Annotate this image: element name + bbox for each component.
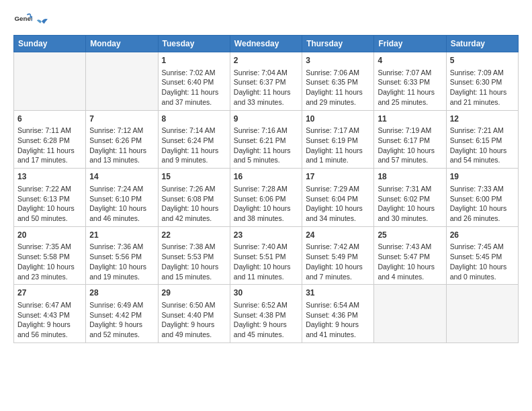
day-number: 28	[89, 287, 154, 299]
day-number: 15	[162, 171, 226, 183]
calendar-cell: 22Sunrise: 7:38 AM Sunset: 5:53 PM Dayli…	[158, 226, 230, 285]
calendar-cell: 10Sunrise: 7:17 AM Sunset: 6:19 PM Dayli…	[302, 110, 374, 169]
day-number: 27	[17, 287, 82, 299]
calendar-cell: 31Sunrise: 6:54 AM Sunset: 4:36 PM Dayli…	[302, 285, 374, 343]
calendar-cell: 12Sunrise: 7:21 AM Sunset: 6:15 PM Dayli…	[446, 110, 518, 169]
calendar-cell: 7Sunrise: 7:12 AM Sunset: 6:26 PM Daylig…	[86, 110, 158, 169]
calendar-cell	[446, 285, 518, 343]
logo-bird-icon	[36, 15, 48, 28]
header: General	[13, 11, 519, 30]
logo: General	[13, 11, 48, 30]
calendar-cell: 8Sunrise: 7:14 AM Sunset: 6:24 PM Daylig…	[158, 110, 230, 169]
day-number: 21	[89, 230, 154, 241]
day-info: Sunrise: 7:35 AM Sunset: 5:58 PM Dayligh…	[17, 242, 82, 281]
day-number: 24	[306, 230, 370, 241]
header-wednesday: Wednesday	[230, 36, 302, 52]
day-number: 18	[378, 171, 442, 183]
calendar-week-3: 13Sunrise: 7:22 AM Sunset: 6:13 PM Dayli…	[14, 169, 519, 227]
day-number: 5	[450, 55, 515, 66]
day-number: 30	[234, 287, 298, 299]
day-number: 23	[234, 230, 298, 241]
calendar-cell: 23Sunrise: 7:40 AM Sunset: 5:51 PM Dayli…	[230, 226, 302, 285]
day-number: 11	[378, 113, 442, 125]
day-info: Sunrise: 7:28 AM Sunset: 6:06 PM Dayligh…	[234, 184, 298, 224]
calendar-cell: 20Sunrise: 7:35 AM Sunset: 5:58 PM Dayli…	[14, 226, 86, 285]
day-info: Sunrise: 7:14 AM Sunset: 6:24 PM Dayligh…	[162, 126, 226, 165]
day-info: Sunrise: 7:26 AM Sunset: 6:08 PM Dayligh…	[162, 184, 226, 224]
day-info: Sunrise: 7:43 AM Sunset: 5:47 PM Dayligh…	[378, 242, 442, 281]
svg-text:General: General	[14, 15, 32, 22]
day-info: Sunrise: 7:07 AM Sunset: 6:33 PM Dayligh…	[378, 68, 442, 107]
day-info: Sunrise: 7:17 AM Sunset: 6:19 PM Dayligh…	[306, 126, 370, 165]
day-number: 14	[89, 171, 154, 183]
calendar-cell: 6Sunrise: 7:11 AM Sunset: 6:28 PM Daylig…	[14, 110, 86, 169]
calendar-cell: 13Sunrise: 7:22 AM Sunset: 6:13 PM Dayli…	[14, 169, 86, 227]
calendar-cell: 1Sunrise: 7:02 AM Sunset: 6:40 PM Daylig…	[158, 52, 230, 111]
day-number: 10	[306, 113, 370, 125]
calendar-cell: 27Sunrise: 6:47 AM Sunset: 4:43 PM Dayli…	[14, 285, 86, 343]
calendar-cell	[374, 285, 446, 343]
day-info: Sunrise: 7:22 AM Sunset: 6:13 PM Dayligh…	[17, 184, 82, 224]
calendar-cell: 24Sunrise: 7:42 AM Sunset: 5:49 PM Dayli…	[302, 226, 374, 285]
calendar-cell: 28Sunrise: 6:49 AM Sunset: 4:42 PM Dayli…	[86, 285, 158, 343]
day-info: Sunrise: 7:19 AM Sunset: 6:17 PM Dayligh…	[378, 126, 442, 165]
day-number: 22	[162, 230, 226, 241]
day-info: Sunrise: 7:02 AM Sunset: 6:40 PM Dayligh…	[162, 68, 226, 107]
calendar-cell: 21Sunrise: 7:36 AM Sunset: 5:56 PM Dayli…	[86, 226, 158, 285]
day-number: 13	[17, 171, 82, 183]
day-info: Sunrise: 7:29 AM Sunset: 6:04 PM Dayligh…	[306, 184, 370, 224]
calendar-week-5: 27Sunrise: 6:47 AM Sunset: 4:43 PM Dayli…	[14, 285, 519, 343]
day-info: Sunrise: 7:45 AM Sunset: 5:45 PM Dayligh…	[450, 242, 515, 281]
calendar-cell: 11Sunrise: 7:19 AM Sunset: 6:17 PM Dayli…	[374, 110, 446, 169]
calendar-week-1: 1Sunrise: 7:02 AM Sunset: 6:40 PM Daylig…	[14, 52, 519, 111]
day-number: 17	[306, 171, 370, 183]
day-info: Sunrise: 7:33 AM Sunset: 6:00 PM Dayligh…	[450, 184, 515, 224]
day-info: Sunrise: 7:24 AM Sunset: 6:10 PM Dayligh…	[89, 184, 154, 224]
calendar-cell: 17Sunrise: 7:29 AM Sunset: 6:04 PM Dayli…	[302, 169, 374, 227]
day-info: Sunrise: 6:52 AM Sunset: 4:38 PM Dayligh…	[234, 300, 298, 340]
header-saturday: Saturday	[446, 36, 518, 52]
day-number: 25	[378, 230, 442, 241]
calendar-cell: 3Sunrise: 7:06 AM Sunset: 6:35 PM Daylig…	[302, 52, 374, 111]
day-number: 16	[234, 171, 298, 183]
day-info: Sunrise: 6:50 AM Sunset: 4:40 PM Dayligh…	[162, 300, 226, 340]
day-info: Sunrise: 7:31 AM Sunset: 6:02 PM Dayligh…	[378, 184, 442, 224]
day-info: Sunrise: 7:11 AM Sunset: 6:28 PM Dayligh…	[17, 126, 82, 165]
calendar-header-row: SundayMondayTuesdayWednesdayThursdayFrid…	[14, 36, 519, 52]
calendar: SundayMondayTuesdayWednesdayThursdayFrid…	[13, 35, 519, 343]
day-info: Sunrise: 7:21 AM Sunset: 6:15 PM Dayligh…	[450, 126, 515, 165]
calendar-cell	[86, 52, 158, 111]
day-info: Sunrise: 6:54 AM Sunset: 4:36 PM Dayligh…	[306, 300, 370, 340]
day-info: Sunrise: 7:36 AM Sunset: 5:56 PM Dayligh…	[89, 242, 154, 281]
day-number: 4	[378, 55, 442, 66]
calendar-cell	[14, 52, 86, 111]
calendar-week-4: 20Sunrise: 7:35 AM Sunset: 5:58 PM Dayli…	[14, 226, 519, 285]
day-number: 19	[450, 171, 515, 183]
day-number: 6	[17, 113, 82, 125]
day-number: 1	[162, 55, 226, 66]
calendar-cell: 16Sunrise: 7:28 AM Sunset: 6:06 PM Dayli…	[230, 169, 302, 227]
day-number: 12	[450, 113, 515, 125]
day-number: 31	[306, 287, 370, 299]
logo-icon: General	[13, 11, 32, 30]
calendar-cell: 19Sunrise: 7:33 AM Sunset: 6:00 PM Dayli…	[446, 169, 518, 227]
calendar-cell: 9Sunrise: 7:16 AM Sunset: 6:21 PM Daylig…	[230, 110, 302, 169]
calendar-cell: 18Sunrise: 7:31 AM Sunset: 6:02 PM Dayli…	[374, 169, 446, 227]
day-info: Sunrise: 7:12 AM Sunset: 6:26 PM Dayligh…	[89, 126, 154, 165]
header-friday: Friday	[374, 36, 446, 52]
day-info: Sunrise: 7:06 AM Sunset: 6:35 PM Dayligh…	[306, 68, 370, 107]
day-info: Sunrise: 7:42 AM Sunset: 5:49 PM Dayligh…	[306, 242, 370, 281]
calendar-cell: 26Sunrise: 7:45 AM Sunset: 5:45 PM Dayli…	[446, 226, 518, 285]
calendar-cell: 29Sunrise: 6:50 AM Sunset: 4:40 PM Dayli…	[158, 285, 230, 343]
calendar-cell: 30Sunrise: 6:52 AM Sunset: 4:38 PM Dayli…	[230, 285, 302, 343]
day-number: 29	[162, 287, 226, 299]
day-number: 9	[234, 113, 298, 125]
day-info: Sunrise: 6:49 AM Sunset: 4:42 PM Dayligh…	[89, 300, 154, 340]
calendar-cell: 5Sunrise: 7:09 AM Sunset: 6:30 PM Daylig…	[446, 52, 518, 111]
day-number: 3	[306, 55, 370, 66]
calendar-week-2: 6Sunrise: 7:11 AM Sunset: 6:28 PM Daylig…	[14, 110, 519, 169]
day-number: 20	[17, 230, 82, 241]
day-number: 7	[89, 113, 154, 125]
header-monday: Monday	[86, 36, 158, 52]
day-info: Sunrise: 7:09 AM Sunset: 6:30 PM Dayligh…	[450, 68, 515, 107]
